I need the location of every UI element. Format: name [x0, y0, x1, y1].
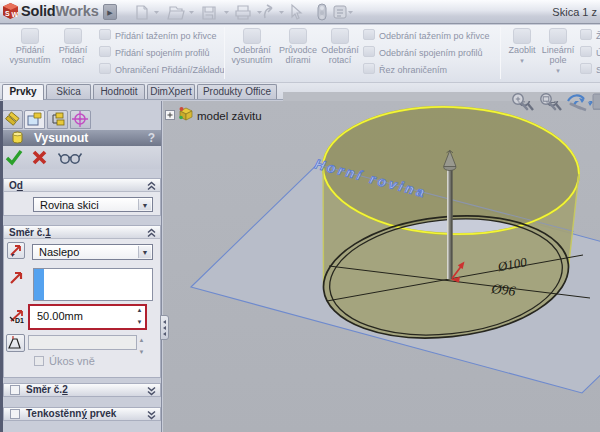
svg-text:D1: D1	[15, 317, 24, 324]
svg-text:W: W	[12, 11, 18, 18]
svg-text:S: S	[5, 10, 10, 17]
svg-text:model závitu: model závitu	[197, 110, 262, 122]
svg-text:Ø96: Ø96	[490, 281, 517, 299]
